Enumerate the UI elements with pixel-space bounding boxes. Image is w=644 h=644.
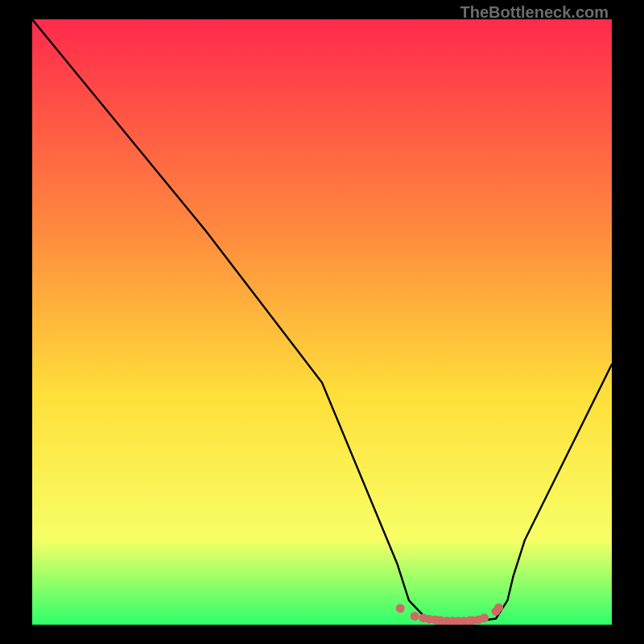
marker-dot <box>480 613 489 622</box>
marker-dot <box>396 604 405 613</box>
plot-area <box>32 19 612 625</box>
marker-dot <box>411 612 419 621</box>
gradient-background <box>32 19 612 625</box>
chart-frame: TheBottleneck.com <box>0 0 644 644</box>
marker-dot <box>494 603 503 612</box>
chart-svg <box>32 19 612 625</box>
